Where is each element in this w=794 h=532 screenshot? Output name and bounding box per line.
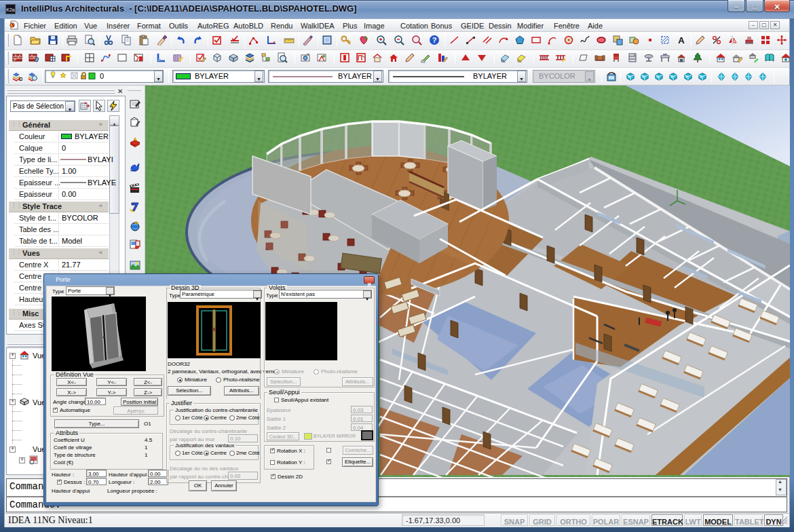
svg-text:A: A [678, 35, 685, 45]
svg-text:D: D [19, 76, 22, 82]
svg-text:?: ? [432, 36, 437, 44]
svg-text:0: 0 [100, 72, 104, 80]
